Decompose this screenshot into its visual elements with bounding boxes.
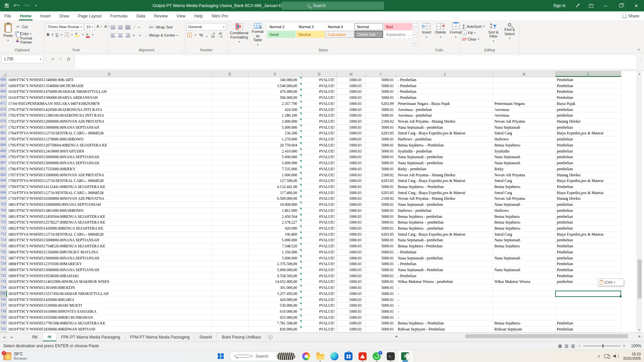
row-header-684[interactable]: 684 (0, 142, 7, 148)
style-good[interactable]: Good (267, 31, 296, 38)
cell-L695[interactable]: Pembelian (555, 184, 621, 190)
cell-F671[interactable]: 2.357.790 (249, 101, 302, 107)
row-header-730[interactable]: 730 (0, 267, 7, 273)
cell-J672[interactable]: Aeronusa - pembelian (396, 107, 493, 113)
cell-J671[interactable]: Penerimaan Negara - Biaya Pajak (396, 101, 493, 107)
orientation-button[interactable]: ⟋ (133, 25, 136, 29)
cell-L720[interactable]: Pembelian (555, 249, 621, 255)
taskbar-search-box[interactable]: Search (229, 352, 297, 361)
cell-L721[interactable]: pembelian (555, 255, 621, 261)
tab-home[interactable]: Home (15, 11, 36, 20)
zoom-slider-handle[interactable] (602, 344, 603, 348)
taskbar-excel[interactable]: X (398, 350, 412, 362)
column-header-H[interactable]: H (337, 71, 366, 77)
cell-J715[interactable]: Benua Sejahtera - Pembelian (396, 243, 493, 249)
cell-J702[interactable]: Nana Septiansah - pembelian (396, 202, 493, 208)
cell-F741[interactable]: 830.000,00 (249, 326, 302, 333)
format-as-table-dropdown-icon[interactable]: ▾ (257, 43, 258, 46)
fill-dropdown-icon[interactable]: ▾ (474, 31, 475, 34)
column-header-J[interactable]: J (396, 71, 493, 77)
cell-I677[interactable]: 5000.01 (366, 125, 396, 131)
fill-color-dropdown-icon[interactable]: ▾ (82, 33, 84, 36)
cell-H676[interactable]: 1000.03 (337, 119, 366, 125)
cell-G714[interactable]: #VALUE! (302, 237, 337, 243)
cell-K696[interactable]: Sntral Carg (493, 190, 555, 196)
row-header-736[interactable]: 736 (0, 297, 7, 303)
cell-K711[interactable]: Benua Sejahtera- (493, 226, 555, 232)
cell-I730[interactable]: 5000.01 (366, 267, 396, 273)
select-all-corner[interactable] (0, 71, 7, 77)
cell-E720[interactable] (212, 249, 249, 255)
cell-I693[interactable]: 2100.02 (366, 172, 396, 178)
tab-help[interactable]: Help (190, 11, 207, 20)
cell-E675[interactable] (212, 113, 249, 119)
cell-H733[interactable]: 1000.03 (337, 279, 366, 285)
cell-L686[interactable]: pembelian (555, 154, 621, 160)
cell-K683[interactable]: Harbowo (493, 136, 555, 142)
cell-G669[interactable]: #VALUE! (302, 89, 337, 95)
name-box[interactable]: L735 ▾ (1, 55, 44, 63)
cell-G695[interactable]: #VALUE! (302, 184, 337, 190)
cell-I705[interactable]: 5000.01 (366, 214, 396, 220)
cell-K671[interactable]: Penerimaan Negara (493, 101, 555, 107)
gallery-more-button[interactable]: ⊽ (413, 41, 417, 46)
cell-J736[interactable]: - (396, 297, 493, 303)
zoom-out-button[interactable]: − (578, 344, 581, 348)
cell-F675[interactable]: 1.280.100 (249, 113, 302, 119)
tab-formulas[interactable]: Formulas (106, 11, 132, 20)
cell-F731[interactable]: 9.558.500,00 (249, 273, 302, 279)
cell-G681[interactable]: #VALUE! (302, 130, 337, 136)
cell-K710[interactable]: Benua Sejahtera- (493, 220, 555, 226)
cell-E671[interactable] (212, 101, 249, 107)
cell-K694[interactable]: Sntral Carg (493, 178, 555, 184)
cell-L694[interactable]: Biaya Expedisi,pos & Materai (555, 178, 621, 184)
cell-G683[interactable]: #VALUE! (302, 136, 337, 142)
cell-E691[interactable] (212, 166, 249, 172)
cell-I681[interactable]: 6203.05 (366, 130, 396, 136)
cell-L671[interactable]: Biaya Pajak (555, 101, 621, 107)
cell-K705[interactable]: Benua Sejahtera (493, 214, 555, 220)
row-header-715[interactable]: 715 (0, 243, 7, 249)
cell-K691[interactable]: Rieky (493, 166, 555, 172)
sort-filter-button[interactable]: AZ Sort & Filter ▾ (485, 22, 502, 47)
cell-L677[interactable]: pembelian (555, 125, 621, 131)
cell-J685[interactable]: Syaifudin - pembelian (396, 148, 493, 155)
cell-J667[interactable]: - Pembelian (396, 83, 493, 89)
cell-L691[interactable]: pembelian (555, 166, 621, 172)
cell-D696[interactable]: 1710/FTFVA/WS9505112716/SENTRAL CARG-- 0… (7, 190, 212, 196)
row-header-677[interactable]: 677 (0, 125, 7, 131)
horizontal-scroll-thumb[interactable] (465, 334, 628, 338)
scroll-right-button[interactable]: ▶ (637, 334, 642, 339)
cell-E669[interactable] (212, 89, 249, 95)
cell-E694[interactable] (212, 178, 249, 184)
cell-L710[interactable]: pembelian (555, 220, 621, 226)
cell-G730[interactable]: #VALUE! (302, 267, 337, 273)
align-middle-button[interactable] (118, 25, 123, 29)
style-normal[interactable]: Normal (355, 23, 383, 30)
cell-L711[interactable]: pembelian (555, 226, 621, 232)
autosum-dropdown-icon[interactable]: ▾ (483, 25, 485, 28)
next-sheet-button[interactable]: ▶ (8, 333, 16, 341)
insert-function-button[interactable]: fx (65, 56, 72, 62)
cell-E687[interactable] (212, 160, 249, 166)
title-search-box[interactable]: Search (282, 2, 384, 10)
cell-D695[interactable]: 1709/FTSCY/WS950514132441.00BENUA SEJAHT… (7, 184, 212, 190)
cell-J693[interactable]: Novan Adi Priyatna - Hutang Direksi (396, 172, 493, 178)
cell-F669[interactable]: 476.000,00 (249, 89, 302, 95)
cell-G675[interactable]: #VALUE! (302, 113, 337, 119)
cell-F699[interactable]: 6.500.000,00 (249, 196, 302, 202)
cell-L683[interactable]: pembelian (555, 136, 621, 142)
increase-indent-button[interactable]: ⇥ (138, 34, 141, 37)
share-button[interactable]: Share (623, 11, 639, 21)
row-header-667[interactable]: 667 (0, 83, 7, 89)
cell-D741[interactable]: 1810/FTSCY/WS95051830000.00RIDWAN SEPTIA… (7, 326, 212, 333)
cell-D733[interactable]: 1810/FTSCY/WS9505114652000.00WIKAS MAKMU… (7, 279, 212, 285)
cell-E736[interactable] (212, 297, 249, 303)
cell-K734[interactable] (493, 285, 555, 291)
cell-E699[interactable] (212, 196, 249, 202)
cell-H712[interactable]: 1000.03 (337, 232, 366, 238)
cell-H711[interactable]: 1000.03 (337, 226, 366, 232)
cell-D702[interactable]: 1801/FTSCY/WS9505110000000.00NANA SEPTIA… (7, 202, 212, 208)
cell-G733[interactable]: #VALUE! (302, 279, 337, 285)
cell-H694[interactable]: 1000.03 (337, 178, 366, 184)
